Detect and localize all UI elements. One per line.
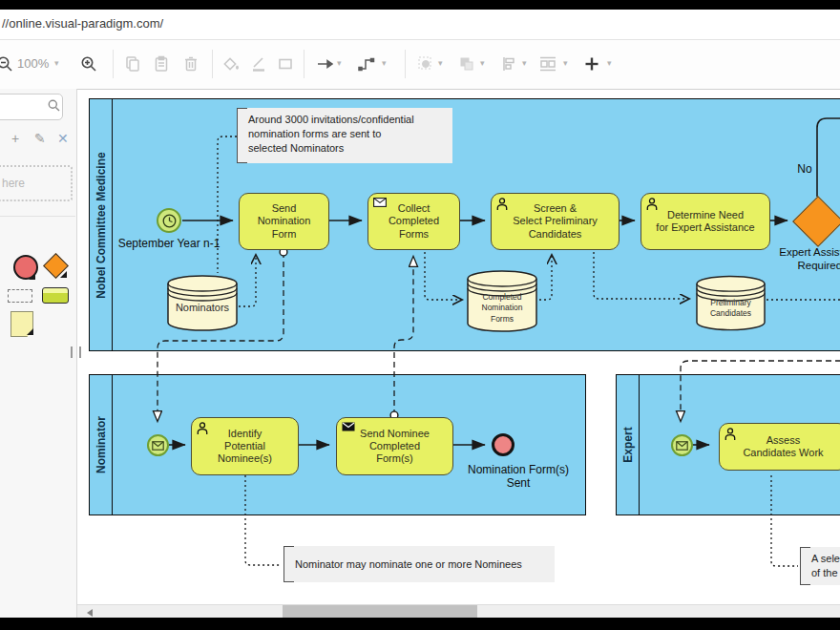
palette-lane-shape[interactable] (42, 287, 69, 304)
connector-style-caret[interactable]: ▾ (382, 58, 387, 68)
message-start-event-nominator[interactable] (147, 434, 169, 456)
datastore-nominators[interactable]: Nominators (167, 275, 238, 332)
task-assess-candidates-work[interactable]: Assess Candidates Work (719, 423, 840, 471)
edit-pencil-icon[interactable]: ✎ (34, 131, 46, 146)
datastore-completed-nomination-forms[interactable]: Completed Nomination Forms (467, 270, 537, 333)
receive-message-icon (373, 198, 387, 207)
user-icon (197, 422, 209, 435)
zoom-in-icon[interactable] (80, 55, 97, 73)
store-label: Completed Nomination Forms (467, 292, 537, 325)
browser-address-bar[interactable]: //online.visual-paradigm.com/ (0, 10, 840, 40)
palette-more-triangle[interactable] (60, 271, 67, 278)
scroll-left-arrow-icon[interactable] (87, 609, 93, 617)
palette-group-shape[interactable] (8, 289, 32, 303)
horizontal-scrollbar[interactable] (77, 604, 840, 619)
user-icon (646, 198, 659, 211)
timer-icon (161, 213, 178, 229)
message-icon (676, 441, 688, 451)
add-icon[interactable]: + (11, 131, 19, 146)
search-icon (48, 99, 60, 112)
pool-label: Nobel Committee Medicine (94, 152, 108, 298)
diagram-toolbar: 100% ▾ ▾ ▾ ▾ ▾ ▾ ▾ ▾ (0, 40, 840, 90)
toolbar-separator (304, 50, 304, 78)
user-icon (496, 198, 509, 211)
connector-arrow-caret[interactable]: ▾ (337, 58, 342, 68)
pool-header[interactable]: Nominator (90, 375, 113, 514)
palette-more-triangle[interactable] (29, 273, 35, 280)
send-message-icon (342, 422, 355, 431)
align-caret[interactable]: ▾ (522, 58, 527, 68)
shape-palette-sidebar: + ✎ ✕ here (0, 89, 77, 618)
zoom-out-icon[interactable] (0, 55, 13, 73)
fill-color-icon[interactable] (223, 55, 241, 73)
pool-header[interactable]: Expert (617, 375, 640, 514)
message-start-event-expert[interactable] (671, 434, 693, 456)
connector-arrow-icon[interactable] (316, 55, 333, 73)
timer-start-event[interactable] (157, 208, 181, 233)
task-send-nomination-form[interactable]: Send Nomination Form (239, 193, 329, 250)
shape-style-icon[interactable] (277, 55, 294, 73)
palette-more-triangle[interactable] (27, 328, 33, 335)
panel-resize-handle[interactable] (71, 346, 81, 358)
add-shape-icon[interactable] (583, 55, 600, 73)
user-icon (724, 428, 737, 441)
toolbar-separator (405, 50, 406, 78)
toolbar-separator (212, 50, 213, 78)
connector-style-icon[interactable] (358, 55, 375, 73)
pool-header[interactable]: Nobel Committee Medicine (90, 99, 113, 350)
selection-caret[interactable]: ▾ (438, 58, 443, 68)
note-nominator-may-nominate[interactable]: Nominator may nominate one or more Nomin… (284, 546, 555, 582)
group-icon[interactable] (458, 55, 475, 73)
delete-icon[interactable] (182, 55, 200, 73)
task-identify-potential-nominees[interactable]: Identify Potential Nominee(s) (191, 417, 299, 475)
add-shape-caret[interactable]: ▾ (607, 58, 612, 68)
distribute-caret[interactable]: ▾ (563, 58, 568, 68)
zoom-dropdown-caret[interactable]: ▾ (54, 58, 59, 68)
distribute-icon[interactable] (539, 55, 556, 73)
gateway-no-label: No (790, 162, 819, 176)
zoom-level-value[interactable]: 100% (17, 56, 49, 71)
pool-label: Nominator (94, 416, 108, 473)
url-text: //online.visual-paradigm.com/ (2, 16, 163, 31)
divider (0, 216, 75, 217)
selection-icon[interactable] (417, 55, 434, 73)
align-icon[interactable] (500, 55, 517, 73)
store-label: Preliminary Candidates (696, 298, 766, 320)
task-collect-completed-forms[interactable]: Collect Completed Forms (368, 193, 460, 250)
timer-start-label: September Year n-1 (107, 237, 231, 250)
pool-label: Expert (621, 427, 635, 462)
window-bottom-bar (0, 618, 840, 630)
note-invitations[interactable]: Around 3000 invitations/confidential nom… (237, 108, 452, 163)
paste-icon[interactable] (153, 55, 170, 73)
gateway-label: Expert Assistance Required? (756, 246, 840, 273)
end-event-nomination-sent[interactable] (492, 433, 514, 456)
task-determine-expert-need[interactable]: Determine Need for Expert Assistance (640, 193, 770, 250)
copy-icon[interactable] (124, 55, 141, 73)
datastore-preliminary-candidates[interactable]: Preliminary Candidates (696, 275, 766, 332)
scrollbar-thumb[interactable] (283, 605, 477, 618)
group-caret[interactable]: ▾ (480, 58, 485, 68)
task-send-nominee-completed-forms[interactable]: Send Nominee Completed Form(s) (336, 417, 453, 475)
task-screen-select-candidates[interactable]: Screen & Select Preliminary Candidates (491, 193, 620, 250)
window-top-bar (0, 0, 840, 10)
toolbar-separator (113, 50, 114, 78)
close-icon[interactable]: ✕ (57, 131, 69, 146)
message-icon (152, 441, 164, 451)
app-window: //online.visual-paradigm.com/ 100% ▾ ▾ ▾… (0, 0, 840, 630)
drag-drop-placeholder[interactable]: here (0, 165, 73, 201)
line-color-icon[interactable] (250, 55, 267, 73)
end-event-label: Nomination Form(s) Sent (442, 463, 595, 491)
note-expert-selection[interactable]: A selec of the (800, 547, 840, 585)
